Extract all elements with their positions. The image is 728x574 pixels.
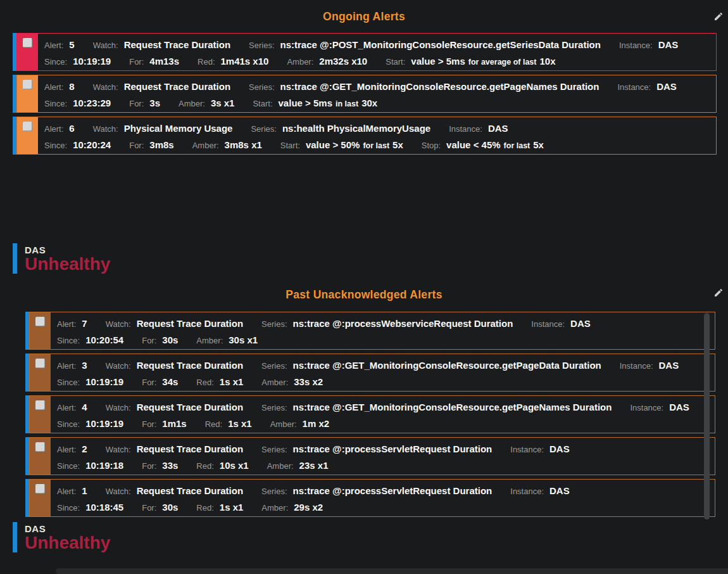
- alert-field: Since:10:19:18: [57, 460, 127, 471]
- field-value: 1m x2: [303, 418, 330, 429]
- section-title-ongoing: Ongoing Alerts: [323, 10, 405, 23]
- alert-field: Series:ns:trace @:POST_MonitoringConsole…: [249, 39, 604, 50]
- section-title-past: Past Unacknowledged Alerts: [286, 288, 442, 302]
- alert-field: Start:value > 5msfor average of last10x: [386, 56, 558, 67]
- acknowledge-checkbox[interactable]: [23, 122, 32, 131]
- acknowledge-checkbox[interactable]: [35, 317, 45, 326]
- field-label: Start:: [280, 141, 300, 150]
- field-value: value > 5ms: [279, 98, 332, 108]
- alert-field: Series:ns:trace @:GET_MonitoringConsoleR…: [249, 81, 602, 92]
- field-value: ns:trace @:processServletRequest Duratio…: [293, 485, 493, 496]
- field-value: DAS: [669, 402, 689, 412]
- field-value: 10s x1: [220, 460, 249, 471]
- severity-flag: [17, 34, 38, 70]
- alert-field: For:30s: [142, 502, 181, 513]
- field-value: in last: [336, 99, 358, 108]
- field-value: DAS: [488, 123, 508, 134]
- field-value: 1s x1: [220, 376, 244, 387]
- alert-field: Since:10:19:19: [44, 56, 114, 67]
- field-value: 1s x1: [228, 418, 252, 429]
- edit-pencil-icon[interactable]: [713, 11, 724, 22]
- alert-field: Alert:6: [44, 123, 78, 134]
- field-value: 29s x2: [294, 502, 323, 513]
- field-value: 3s x1: [211, 98, 235, 108]
- alert-field: Amber:3s x1: [179, 98, 237, 108]
- alert-detail-line: Alert:1Watch:Request Trace DurationSerie…: [57, 484, 715, 499]
- field-label: Alert:: [57, 361, 76, 371]
- alert-field: Start:value > 5msin last30x: [253, 98, 380, 108]
- alert-field: Red:1s x1: [196, 502, 246, 513]
- alert-detail-line: Alert:6Watch:Physical Memory UsageSeries…: [44, 122, 716, 136]
- alert-detail-line: Since:10:23:29For:3sAmber:3s x1Start:val…: [44, 96, 716, 111]
- alert-field: Alert:2: [57, 443, 91, 454]
- field-label: Since:: [57, 419, 80, 429]
- field-label: Watch:: [106, 445, 131, 454]
- acknowledge-checkbox[interactable]: [35, 400, 45, 410]
- field-label: Amber:: [261, 378, 288, 387]
- ongoing-alert-list: Alert:5Watch:Request Trace DurationSerie…: [13, 33, 717, 155]
- field-value: 33s x2: [294, 376, 323, 387]
- alert-field: Instance:DAS: [449, 123, 511, 134]
- horizontal-scrollbar[interactable]: [56, 568, 728, 574]
- alert-details: Alert:6Watch:Physical Memory UsageSeries…: [38, 117, 716, 154]
- alert-field: Instance:DAS: [620, 360, 682, 371]
- status-text: DAS Unhealthy: [25, 243, 110, 274]
- alert-field: Instance:DAS: [531, 318, 593, 329]
- acknowledge-checkbox[interactable]: [35, 359, 45, 368]
- field-label: Alert:: [57, 403, 76, 412]
- field-value: 2: [82, 443, 87, 454]
- vertical-scrollbar[interactable]: [704, 313, 710, 520]
- alert-field: Watch:Request Trace Duration: [106, 485, 246, 496]
- alert-field: Since:10:23:29: [44, 98, 114, 108]
- field-value: 4m13s: [149, 56, 179, 67]
- acknowledge-checkbox[interactable]: [23, 38, 32, 48]
- edit-pencil-icon[interactable]: [713, 287, 724, 298]
- field-label: Series:: [261, 319, 287, 329]
- past-alerts-section: Past Unacknowledged Alerts Alert:7Watch:…: [0, 274, 728, 517]
- field-label: Red:: [196, 503, 213, 513]
- alert-detail-line: Since:10:18:45For:30sRed:1s x1Amber:29s …: [57, 501, 715, 515]
- alert-row-frame: Alert:8Watch:Request Trace DurationSerie…: [16, 75, 717, 113]
- alert-detail-line: Since:10:20:54For:30sAmber:30s x1: [57, 333, 715, 348]
- alert-field: Alert:8: [44, 81, 78, 92]
- alert-field: Series:ns:trace @:GET_MonitoringConsoleR…: [261, 402, 615, 412]
- field-label: Amber:: [196, 336, 223, 345]
- alert-detail-line: Alert:3Watch:Request Trace DurationSerie…: [57, 359, 715, 373]
- field-label: Watch:: [93, 124, 118, 134]
- alert-field: Amber:29s x2: [261, 502, 326, 513]
- field-value: 33s: [162, 460, 178, 471]
- field-label: For:: [142, 336, 156, 345]
- field-label: Alert:: [57, 487, 76, 496]
- alert-field: Since:10:19:19: [57, 418, 127, 429]
- field-label: Instance:: [619, 41, 653, 50]
- acknowledge-checkbox[interactable]: [35, 484, 45, 494]
- field-label: Amber:: [192, 141, 219, 150]
- field-label: Since:: [57, 503, 80, 513]
- field-value: for average of last: [468, 58, 537, 67]
- field-label: For:: [142, 419, 156, 429]
- field-label: For:: [142, 378, 156, 387]
- field-label: Watch:: [106, 361, 131, 371]
- field-label: Amber:: [287, 57, 313, 67]
- field-value: 30s x1: [229, 335, 258, 345]
- alert-field: Alert:3: [57, 360, 91, 371]
- severity-flag: [17, 117, 38, 154]
- field-value: 5x: [392, 139, 403, 150]
- field-value: ns:health PhysicalMemoryUsage: [282, 123, 430, 134]
- acknowledge-checkbox[interactable]: [35, 442, 45, 452]
- acknowledge-checkbox[interactable]: [23, 80, 32, 89]
- alert-row-frame: Alert:3Watch:Request Trace DurationSerie…: [29, 354, 715, 392]
- status-accent-bar: [13, 243, 17, 274]
- field-label: Series:: [261, 445, 287, 454]
- field-label: Watch:: [106, 319, 131, 329]
- alert-field: Red:1s x1: [205, 418, 255, 429]
- field-value: 5x: [533, 139, 544, 150]
- field-value: 10:19:19: [85, 376, 123, 387]
- field-value: Request Trace Duration: [137, 360, 243, 371]
- alert-details: Alert:8Watch:Request Trace DurationSerie…: [38, 75, 716, 112]
- alert-detail-line: Since:10:19:19For:34sRed:1s x1Amber:33s …: [57, 375, 715, 390]
- field-label: Alert:: [44, 41, 63, 50]
- alert-row: Alert:3Watch:Request Trace DurationSerie…: [25, 354, 715, 392]
- alert-field: Red:10s x1: [196, 460, 251, 471]
- alert-row-frame: Alert:1Watch:Request Trace DurationSerie…: [29, 479, 715, 517]
